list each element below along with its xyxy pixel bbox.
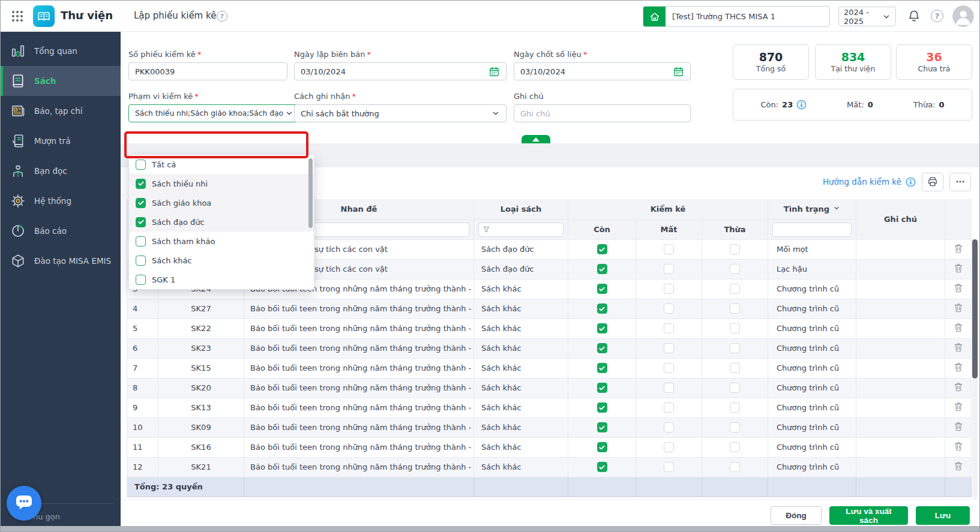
school-selector[interactable]: [Test] Trường THCS MISA 1: [643, 6, 830, 27]
table-scrollbar-thumb[interactable]: [972, 239, 978, 378]
chat-support-button[interactable]: [7, 486, 41, 521]
cell-status[interactable]: Chương trình cũ: [768, 437, 856, 457]
option-checkbox[interactable]: [136, 256, 146, 266]
dropdown-option[interactable]: Tất cả: [129, 155, 314, 174]
more-options-button[interactable]: [949, 173, 971, 191]
print-button[interactable]: [922, 173, 943, 191]
calendar-icon[interactable]: [673, 66, 684, 77]
ghi-chu-value[interactable]: [520, 109, 684, 118]
checkbox-mat[interactable]: [664, 462, 674, 472]
checkbox-con[interactable]: [597, 402, 607, 413]
checkbox-con[interactable]: [597, 303, 607, 314]
checkbox-mat[interactable]: [664, 442, 674, 452]
cell-status[interactable]: Chương trình cũ: [768, 279, 856, 299]
info-icon[interactable]: [796, 100, 807, 110]
cell-status[interactable]: Chương trình cũ: [768, 417, 856, 437]
cell-note[interactable]: [856, 358, 945, 378]
sidebar-item-bao-tap-chi[interactable]: Báo, tạp chí: [1, 96, 121, 126]
delete-row-button[interactable]: [953, 461, 964, 471]
cell-note[interactable]: [856, 299, 945, 318]
option-checkbox[interactable]: [136, 217, 146, 227]
apps-grid-icon[interactable]: [10, 9, 25, 23]
delete-row-button[interactable]: [953, 421, 964, 432]
delete-row-button[interactable]: [953, 381, 964, 392]
cell-note[interactable]: [856, 338, 945, 358]
checkbox-thua[interactable]: [730, 363, 740, 373]
delete-row-button[interactable]: [953, 441, 964, 452]
ghi-chu-input[interactable]: [514, 104, 691, 122]
cell-status[interactable]: Chương trình cũ: [768, 358, 856, 378]
collapse-form-button[interactable]: [522, 135, 550, 143]
option-checkbox[interactable]: [136, 236, 146, 247]
checkbox-con[interactable]: [597, 244, 607, 254]
save-and-export-button[interactable]: Lưu và xuất sách: [829, 506, 908, 525]
option-checkbox[interactable]: [136, 160, 146, 170]
delete-row-button[interactable]: [953, 362, 964, 372]
checkbox-mat[interactable]: [664, 402, 674, 413]
sidebar-item-ban-doc[interactable]: Bạn đọc: [1, 156, 121, 186]
checkbox-mat[interactable]: [664, 383, 674, 393]
delete-row-button[interactable]: [953, 342, 964, 353]
option-checkbox[interactable]: [136, 198, 146, 208]
cell-status[interactable]: Chương trình cũ: [768, 398, 856, 417]
table-scrollbar[interactable]: [972, 239, 978, 499]
cell-note[interactable]: [856, 398, 945, 417]
checkbox-thua[interactable]: [730, 284, 740, 294]
pham-vi-multiselect[interactable]: Sách thiếu nhi;Sách giáo khoa;Sách đạo đ…: [128, 104, 300, 122]
so-phieu-input[interactable]: [128, 62, 287, 80]
sidebar-item-he-thong[interactable]: Hệ thống: [1, 186, 121, 216]
cach-ghi-nhan-select[interactable]: Chỉ sách bất thường: [294, 104, 507, 122]
save-button[interactable]: Lưu: [916, 506, 970, 525]
cell-status[interactable]: Chương trình cũ: [768, 299, 856, 318]
delete-row-button[interactable]: [953, 282, 964, 293]
inventory-guide-link[interactable]: Hướng dẫn kiểm kê: [823, 177, 916, 187]
close-button[interactable]: Đóng: [771, 506, 822, 525]
cell-note[interactable]: [856, 318, 945, 338]
checkbox-mat[interactable]: [664, 323, 674, 333]
cell-status[interactable]: Chương trình cũ: [768, 318, 856, 338]
checkbox-mat[interactable]: [664, 363, 674, 373]
checkbox-con[interactable]: [597, 422, 607, 432]
checkbox-thua[interactable]: [730, 264, 740, 274]
checkbox-con[interactable]: [597, 462, 607, 472]
delete-row-button[interactable]: [953, 302, 964, 313]
delete-row-button[interactable]: [953, 243, 964, 254]
cell-note[interactable]: [856, 259, 945, 279]
checkbox-con[interactable]: [597, 264, 607, 274]
cell-note[interactable]: [856, 279, 945, 299]
ngay-chot-input[interactable]: 03/10/2024: [514, 62, 691, 80]
checkbox-mat[interactable]: [664, 343, 674, 353]
checkbox-mat[interactable]: [664, 244, 674, 254]
checkbox-con[interactable]: [597, 363, 607, 373]
school-year-select[interactable]: 2024 - 2025: [838, 7, 896, 26]
checkbox-con[interactable]: [597, 442, 607, 452]
cell-status[interactable]: Chương trình cũ: [768, 457, 856, 477]
dropdown-option[interactable]: Sách đạo đức: [129, 212, 314, 232]
cell-status[interactable]: Chương trình cũ: [768, 378, 856, 398]
checkbox-con[interactable]: [597, 284, 607, 294]
info-icon[interactable]: [906, 177, 916, 187]
calendar-icon[interactable]: [488, 66, 500, 77]
notification-bell-icon[interactable]: [907, 9, 921, 23]
cell-note[interactable]: [856, 457, 945, 477]
checkbox-thua[interactable]: [730, 303, 740, 314]
page-help-icon[interactable]: ?: [217, 11, 227, 22]
sidebar-item-sach[interactable]: Sách: [1, 66, 121, 96]
avatar[interactable]: [952, 5, 974, 27]
checkbox-thua[interactable]: [730, 244, 740, 254]
col-status-header[interactable]: Tình trạng: [768, 199, 856, 220]
cell-note[interactable]: [856, 378, 945, 398]
help-icon[interactable]: ?: [931, 10, 943, 22]
option-checkbox[interactable]: [136, 179, 146, 189]
status-filter-select[interactable]: [772, 223, 852, 237]
dropdown-option[interactable]: Sách giáo khoa: [129, 193, 314, 212]
checkbox-mat[interactable]: [664, 422, 674, 432]
checkbox-thua[interactable]: [730, 323, 740, 333]
checkbox-mat[interactable]: [664, 284, 674, 294]
delete-row-button[interactable]: [953, 401, 964, 412]
checkbox-mat[interactable]: [664, 264, 674, 274]
ngay-lap-input[interactable]: 03/10/2024: [294, 62, 507, 80]
sidebar-item-dao-tao[interactable]: Đào tạo MISA EMIS: [1, 246, 121, 276]
checkbox-mat[interactable]: [664, 303, 674, 314]
sidebar-item-muon-tra[interactable]: Mượn trả: [1, 126, 121, 156]
